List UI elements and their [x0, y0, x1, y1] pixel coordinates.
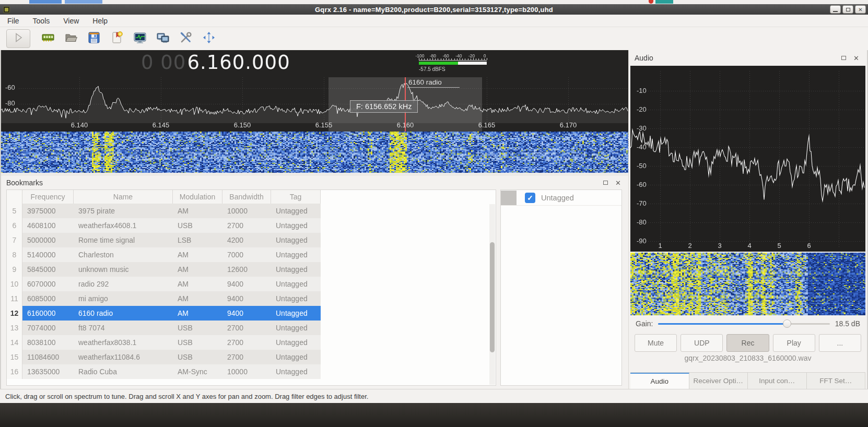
cell-bandwidth[interactable]: 9400 — [222, 277, 271, 291]
maximize-button[interactable] — [842, 5, 853, 14]
cell-tag[interactable]: Untagged — [271, 233, 321, 247]
cell-tag[interactable]: Untagged — [271, 321, 321, 335]
remote-control-button[interactable] — [153, 29, 173, 48]
cell-frequency[interactable]: 5140000 — [22, 247, 74, 262]
bookmark-row[interactable]: 106070000radio 292AM9400Untagged — [7, 277, 496, 291]
cell-tag[interactable]: Untagged — [271, 204, 321, 218]
cell-tag[interactable]: Untagged — [271, 262, 321, 277]
cell-frequency[interactable]: 6085000 — [22, 291, 74, 306]
column-header-modulation[interactable]: Modulation — [173, 190, 222, 204]
gain-slider[interactable] — [658, 319, 829, 328]
cell-tag[interactable]: Untagged — [271, 291, 321, 306]
tag-row[interactable]: ✓ Untagged — [501, 190, 621, 206]
bookmark-row[interactable]: 85140000CharlestonAM7000Untagged — [7, 247, 496, 262]
cell-bandwidth[interactable]: 9400 — [222, 291, 271, 306]
cell-modulation[interactable]: AM — [173, 306, 222, 321]
more-options-button[interactable]: ... — [819, 334, 861, 352]
tools-button[interactable] — [175, 29, 196, 48]
cell-modulation[interactable]: AM — [173, 277, 222, 291]
menu-view[interactable]: View — [63, 17, 79, 25]
close-dock-icon[interactable]: ✕ — [615, 180, 621, 186]
cell-tag[interactable]: Untagged — [271, 350, 321, 364]
dock-tab-audio[interactable]: Audio — [630, 373, 689, 389]
cell-bandwidth[interactable]: 9400 — [222, 306, 271, 321]
cell-modulation[interactable]: AM — [173, 247, 222, 262]
cell-bandwidth[interactable]: 7000 — [222, 247, 271, 262]
cell-tag[interactable]: Untagged — [271, 335, 321, 350]
cell-modulation[interactable]: USB — [173, 350, 222, 364]
cell-modulation[interactable]: AM — [173, 204, 222, 218]
cell-name[interactable]: Rome time signal — [74, 233, 173, 247]
bookmark-row[interactable]: 1613635000Radio CubaAM-Sync10000Untagged — [7, 364, 496, 379]
cell-name[interactable]: unknown music — [74, 262, 173, 277]
cell-modulation[interactable]: LSB — [173, 233, 222, 247]
dock-tab-fft-set-[interactable]: FFT Set… — [807, 373, 866, 389]
cell-bandwidth[interactable]: 2700 — [222, 321, 271, 335]
fullscreen-button[interactable] — [198, 29, 219, 48]
cell-bandwidth[interactable]: 4200 — [222, 233, 271, 247]
table-scrollbar-thumb[interactable] — [490, 242, 495, 352]
cell-bandwidth[interactable]: 10000 — [222, 204, 271, 218]
bookmark-row[interactable]: 116085000mi amigoAM9400Untagged — [7, 291, 496, 306]
cell-name[interactable]: mi amigo — [74, 291, 173, 306]
cell-bandwidth[interactable]: 2700 — [222, 218, 271, 233]
rec-button[interactable]: Rec — [726, 334, 769, 352]
cell-tag[interactable]: Untagged — [271, 364, 321, 379]
cell-bandwidth[interactable]: 2700 — [222, 350, 271, 364]
cell-name[interactable]: weatherfax4608.1 — [74, 218, 173, 233]
cell-bandwidth[interactable]: 12600 — [222, 262, 271, 277]
menu-tools[interactable]: Tools — [33, 17, 50, 25]
bookmark-row[interactable]: 1511084600weatherfax11084.6USB2700Untagg… — [7, 350, 496, 364]
cell-frequency[interactable]: 3975000 — [22, 204, 74, 218]
open-file-button[interactable] — [61, 29, 81, 48]
cell-tag[interactable]: Untagged — [271, 306, 321, 321]
close-dock-icon[interactable]: ✕ — [853, 55, 859, 62]
dock-tab-receiver-opti-[interactable]: Receiver Opti… — [689, 373, 748, 389]
cell-frequency[interactable]: 6160000 — [22, 306, 74, 321]
start-dsp-button[interactable] — [6, 29, 30, 48]
cell-modulation[interactable]: AM — [173, 262, 222, 277]
cell-bandwidth[interactable]: 10000 — [222, 364, 271, 379]
menu-file[interactable]: File — [7, 17, 19, 25]
tag-checkbox-checked-icon[interactable]: ✓ — [525, 193, 535, 203]
save-file-button[interactable] — [84, 29, 104, 48]
gain-slider-handle[interactable] — [783, 319, 791, 328]
cell-name[interactable]: ft8 7074 — [74, 321, 173, 335]
bookmark-row[interactable]: 64608100weatherfax4608.1USB2700Untagged — [7, 218, 496, 233]
main-waterfall[interactable] — [1, 132, 628, 173]
float-dock-icon[interactable] — [841, 56, 846, 60]
table-scrollbar[interactable] — [489, 204, 495, 385]
audio-waterfall[interactable] — [630, 253, 865, 315]
cell-tag[interactable]: Untagged — [271, 277, 321, 291]
tag-color-swatch[interactable] — [501, 191, 517, 205]
cell-name[interactable]: radio 292 — [74, 277, 173, 291]
cell-tag[interactable]: Untagged — [271, 247, 321, 262]
cell-modulation[interactable]: USB — [173, 335, 222, 350]
cell-modulation[interactable]: AM — [173, 291, 222, 306]
menu-help[interactable]: Help — [92, 17, 108, 25]
bookmark-row[interactable]: 148038100weatherfax8038.1USB2700Untagged — [7, 335, 496, 350]
title-bar[interactable]: Gqrx 2.16 - name=MyB200,product=B200,ser… — [0, 4, 868, 15]
cell-frequency[interactable]: 6070000 — [22, 277, 74, 291]
cell-bandwidth[interactable]: 2700 — [222, 335, 271, 350]
cell-frequency[interactable]: 5845000 — [22, 262, 74, 277]
column-header-frequency[interactable]: Frequency — [22, 190, 74, 204]
audio-fft-plot[interactable] — [630, 66, 865, 252]
bookmark-row[interactable]: 1261600006160 radioAM9400Untagged — [7, 306, 496, 321]
dock-tab-input-con-[interactable]: Input con… — [748, 373, 807, 389]
close-button[interactable]: ✕ — [855, 5, 866, 14]
cell-name[interactable]: 6160 radio — [74, 306, 173, 321]
spectrum-bookmark-label[interactable]: 6160 radio — [407, 78, 460, 88]
bookmarks-button[interactable] — [107, 29, 127, 48]
float-dock-icon[interactable] — [603, 181, 608, 185]
column-header-tag[interactable]: Tag — [271, 190, 321, 204]
bookmark-row[interactable]: 95845000unknown musicAM12600Untagged — [7, 262, 496, 277]
mute-button[interactable]: Mute — [635, 334, 677, 352]
dsp-settings-button[interactable] — [38, 29, 58, 48]
bookmark-row[interactable]: 75000000Rome time signalLSB4200Untagged — [7, 233, 496, 247]
cell-modulation[interactable]: USB — [173, 218, 222, 233]
cell-frequency[interactable]: 8038100 — [22, 335, 74, 350]
cell-modulation[interactable]: USB — [173, 321, 222, 335]
cell-frequency[interactable]: 5000000 — [22, 233, 74, 247]
cell-name[interactable]: Radio Cuba — [74, 364, 173, 379]
